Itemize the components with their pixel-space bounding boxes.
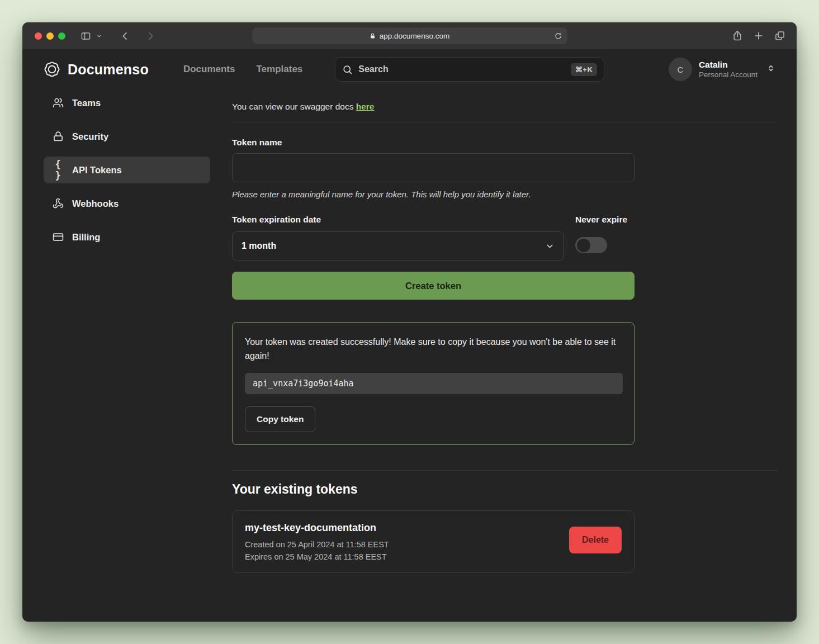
webhook-icon [53, 198, 64, 209]
token-name-hint: Please enter a meaningful name for your … [232, 190, 777, 199]
existing-token-expires: Expires on 25 May 2024 at 11:58 EEST [245, 552, 569, 561]
reload-icon[interactable] [554, 32, 562, 40]
expiration-select[interactable]: 1 month [232, 231, 564, 261]
tab-overview-icon[interactable] [774, 30, 785, 41]
nav-templates[interactable]: Templates [256, 64, 302, 75]
sidebar-item-security[interactable]: Security [44, 123, 210, 150]
zoom-window-button[interactable] [58, 32, 65, 40]
new-tab-icon[interactable] [753, 30, 764, 41]
brand-name: Documenso [68, 61, 149, 78]
token-expiration-label: Token expiration date [232, 215, 564, 225]
top-nav: Documents Templates [183, 64, 302, 75]
token-name-input[interactable] [232, 153, 635, 182]
toggle-knob [577, 239, 590, 252]
close-window-button[interactable] [35, 32, 42, 40]
settings-sidebar: Teams Security { } API Tokens Webhooks B… [22, 89, 210, 622]
minimize-window-button[interactable] [46, 32, 54, 40]
sidebar-item-label: API Tokens [72, 165, 122, 176]
search-shortcut-badge: ⌘+K [571, 63, 597, 76]
expiration-selected-value: 1 month [242, 241, 276, 251]
browser-window: app.documenso.com Documenso [22, 22, 797, 622]
sidebar-item-billing[interactable]: Billing [44, 224, 210, 250]
avatar: C [669, 58, 692, 81]
api-tokens-page: You can view our swagger docs here Token… [210, 89, 797, 622]
existing-token-card: my-test-key-documentation Created on 25 … [232, 510, 635, 573]
nav-documents[interactable]: Documents [183, 64, 235, 75]
brand[interactable]: Documenso [44, 61, 149, 78]
token-created-message: Your token was created successfully! Mak… [245, 335, 619, 363]
app-header: Documenso Documents Templates ⌘+K C Cata… [22, 49, 797, 89]
divider [232, 470, 777, 471]
token-value-field[interactable]: api_vnxa7i3go9oi4aha [245, 373, 623, 394]
existing-token-created: Created on 25 April 2024 at 11:58 EEST [245, 540, 569, 549]
swagger-docs-text: You can view our swagger docs here [232, 102, 777, 112]
documenso-logo-icon [44, 61, 60, 78]
traffic-lights [35, 32, 65, 40]
sidebar-item-webhooks[interactable]: Webhooks [44, 190, 210, 217]
token-name-label: Token name [232, 138, 777, 148]
account-type: Personal Account [699, 70, 758, 79]
search-bar[interactable]: ⌘+K [335, 57, 604, 82]
chevron-down-icon [545, 242, 555, 251]
search-input[interactable] [358, 64, 565, 74]
address-bar-url: app.documenso.com [380, 32, 449, 40]
browser-chrome: app.documenso.com [22, 22, 797, 49]
chevron-up-down-icon [766, 64, 775, 75]
lock-icon [53, 131, 64, 142]
back-button[interactable] [119, 30, 130, 41]
existing-tokens-heading: Your existing tokens [232, 482, 777, 497]
divider [232, 122, 777, 122]
users-icon [53, 97, 64, 108]
delete-token-button[interactable]: Delete [569, 527, 622, 553]
token-created-card: Your token was created successfully! Mak… [232, 322, 635, 445]
swagger-docs-link[interactable]: here [356, 102, 375, 111]
sidebar-menu-chevron-icon[interactable] [93, 30, 105, 41]
ssl-lock-icon [370, 32, 376, 39]
account-name: Catalin [699, 59, 758, 70]
search-icon [342, 64, 353, 75]
sidebar-item-label: Security [72, 131, 108, 142]
sidebar-item-label: Webhooks [72, 198, 119, 209]
forward-button[interactable] [145, 30, 156, 41]
never-expire-label: Never expire [575, 215, 635, 225]
existing-token-name: my-test-key-documentation [245, 522, 569, 534]
sidebar-toggle-icon[interactable] [80, 30, 91, 41]
sidebar-item-teams[interactable]: Teams [44, 89, 210, 116]
account-menu[interactable]: C Catalin Personal Account [669, 58, 775, 81]
never-expire-toggle[interactable] [575, 237, 607, 253]
credit-card-icon [53, 231, 64, 243]
swagger-docs-prefix: You can view our swagger docs [232, 102, 356, 111]
address-bar[interactable]: app.documenso.com [252, 28, 567, 44]
sidebar-item-label: Teams [72, 98, 101, 108]
braces-icon: { } [53, 159, 64, 181]
share-icon[interactable] [732, 30, 743, 41]
create-token-button[interactable]: Create token [232, 272, 635, 300]
copy-token-button[interactable]: Copy token [245, 406, 315, 432]
sidebar-item-label: Billing [72, 232, 100, 243]
sidebar-item-api-tokens[interactable]: { } API Tokens [44, 157, 210, 183]
